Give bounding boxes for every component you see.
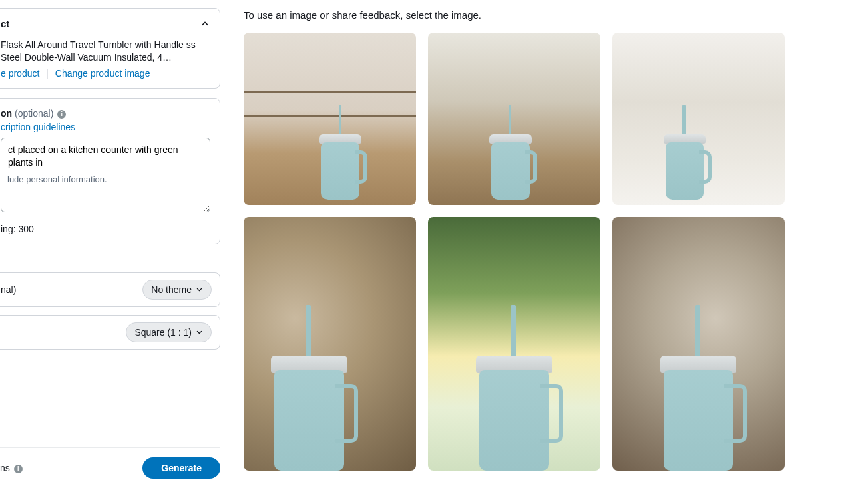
aspect-value: Square (1 : 1) (134, 327, 192, 338)
chevron-down-icon (196, 284, 203, 295)
sidebar: ct Flask All Around Travel Tumbler with … (0, 0, 230, 488)
generated-image[interactable] (428, 33, 600, 205)
info-icon[interactable]: i (14, 465, 23, 473)
generated-image[interactable] (244, 217, 416, 471)
aspect-row: Square (1 : 1) (0, 315, 220, 350)
chevron-up-icon[interactable] (200, 19, 210, 29)
product-section-title: ct (1, 18, 9, 29)
product-panel: ct Flask All Around Travel Tumbler with … (0, 8, 220, 89)
generated-image[interactable] (244, 33, 416, 205)
description-guidelines-link[interactable]: cription guidelines (1, 121, 210, 132)
generated-image[interactable] (612, 217, 785, 471)
char-counter: ing: 300 (1, 224, 210, 234)
description-textarea[interactable] (1, 138, 210, 212)
description-panel: on (optional) i cription guidelines lude… (0, 98, 220, 244)
main-instruction: To use an image or share feedback, selec… (244, 9, 855, 21)
link-divider: | (46, 68, 49, 79)
generated-image[interactable] (612, 33, 785, 205)
theme-select[interactable]: No theme (142, 280, 212, 300)
image-grid (244, 33, 855, 471)
generated-image[interactable] (428, 217, 600, 471)
aspect-select[interactable]: Square (1 : 1) (126, 322, 212, 342)
product-name: Flask All Around Travel Tumbler with Han… (1, 39, 210, 64)
info-icon[interactable]: i (57, 110, 66, 119)
change-product-link[interactable]: e product (1, 68, 39, 79)
main-area: To use an image or share feedback, selec… (230, 0, 868, 488)
description-optional: (optional) (15, 108, 53, 119)
footer-label: ns (0, 463, 10, 473)
theme-value: No theme (151, 284, 192, 295)
description-label: on (1, 108, 12, 119)
generate-button[interactable]: Generate (142, 457, 220, 479)
chevron-down-icon (196, 327, 203, 338)
sidebar-footer: ns i Generate (0, 447, 220, 488)
change-product-image-link[interactable]: Change product image (55, 68, 150, 79)
theme-label: nal) (0, 284, 16, 295)
theme-row: nal) No theme (0, 272, 220, 307)
